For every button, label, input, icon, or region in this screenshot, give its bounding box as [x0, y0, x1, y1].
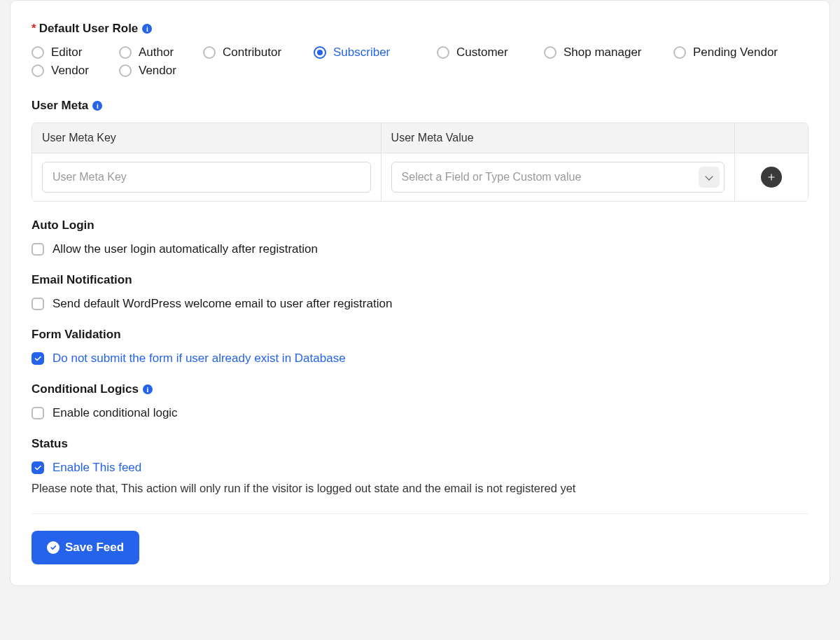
status-block: Status Enable This feed Please note that… [31, 437, 808, 495]
col-header-val: User Meta Value [382, 123, 735, 153]
default-user-role-label: *Default User Role i [31, 22, 808, 36]
radio-label: Vendor [139, 64, 176, 78]
radio-editor[interactable]: Editor [31, 46, 119, 60]
radio-label: Editor [51, 46, 82, 60]
col-header-key: User Meta Key [32, 123, 382, 153]
radio-shop_manager[interactable]: Shop manager [544, 46, 673, 60]
table-row: Select a Field or Type Custom value [32, 153, 808, 201]
radio-label: Vendor [51, 64, 89, 78]
radio-label: Contributor [223, 46, 281, 60]
default-user-role-text: Default User Role [39, 22, 139, 35]
radio-icon [673, 46, 686, 59]
form-validation-label: Form Validation [31, 328, 808, 342]
radio-icon [31, 46, 44, 59]
check-circle-icon [47, 541, 59, 554]
radio-label: Customer [456, 46, 508, 60]
meta-val-cell: Select a Field or Type Custom value [382, 153, 735, 201]
user-meta-label: User Meta i [31, 99, 808, 113]
status-checkbox[interactable] [31, 461, 44, 474]
radio-pending_vendor[interactable]: Pending Vendor [673, 46, 778, 60]
role-radio-group: EditorAuthorContributorSubscriberCustome… [31, 46, 808, 82]
radio-subscriber[interactable]: Subscriber [314, 46, 437, 60]
radio-label: Shop manager [564, 46, 642, 60]
auto-login-label: Auto Login [31, 218, 808, 232]
radio-icon [31, 64, 44, 77]
divider [31, 513, 808, 514]
auto-login-checkbox-label: Allow the user login automatically after… [52, 242, 318, 256]
user-meta-text: User Meta [31, 99, 88, 113]
radio-vendor[interactable]: Vendor [31, 64, 119, 78]
auto-login-checkbox[interactable] [31, 243, 44, 256]
meta-action-cell [735, 153, 808, 201]
status-label: Status [31, 437, 808, 451]
radio-icon [119, 46, 132, 59]
chevron-down-icon [699, 167, 720, 188]
cond-logics-label: Conditional Logics i [31, 382, 808, 396]
meta-value-placeholder: Select a Field or Type Custom value [402, 171, 582, 183]
status-checkbox-label: Enable This feed [52, 461, 141, 475]
radio-label: Pending Vendor [693, 46, 778, 60]
email-notif-label: Email Notification [31, 273, 808, 287]
save-feed-label: Save Feed [65, 541, 124, 555]
role-radio-row-2: VendorVendor [31, 64, 808, 82]
info-icon[interactable]: i [142, 24, 152, 34]
user-meta-head: User Meta Key User Meta Value [32, 123, 808, 153]
auto-login-block: Auto Login Allow the user login automati… [31, 218, 808, 256]
radio-customer[interactable]: Customer [437, 46, 544, 60]
cond-logics-block: Conditional Logics i Enable conditional … [31, 382, 808, 420]
radio-icon [203, 46, 216, 59]
radio-label: Author [139, 46, 174, 60]
form-validation-checkbox-label: Do not submit the form if user already e… [52, 352, 346, 366]
meta-key-cell [32, 153, 382, 201]
email-notif-checkbox-line[interactable]: Send default WordPress welcome email to … [31, 297, 808, 311]
radio-icon [119, 64, 132, 77]
col-header-act [735, 123, 808, 153]
radio-contributor[interactable]: Contributor [203, 46, 314, 60]
email-notif-checkbox[interactable] [31, 298, 44, 310]
email-notif-checkbox-label: Send default WordPress welcome email to … [52, 297, 392, 311]
email-notif-block: Email Notification Send default WordPres… [31, 273, 808, 311]
cond-logics-checkbox[interactable] [31, 407, 44, 419]
status-note: Please note that, This action will only … [31, 482, 808, 495]
default-user-role-block: *Default User Role i EditorAuthorContrib… [31, 1, 808, 82]
radio-label: Subscriber [333, 46, 390, 60]
status-checkbox-line[interactable]: Enable This feed [31, 461, 808, 475]
add-row-button[interactable] [761, 167, 782, 188]
cond-logics-checkbox-line[interactable]: Enable conditional logic [31, 406, 808, 420]
form-validation-block: Form Validation Do not submit the form i… [31, 328, 808, 366]
info-icon[interactable]: i [143, 384, 153, 394]
cond-logics-text: Conditional Logics [31, 382, 139, 396]
role-radio-row-1: EditorAuthorContributorSubscriberCustome… [31, 46, 808, 64]
user-meta-block: User Meta i User Meta Key User Meta Valu… [31, 99, 808, 202]
radio-vendor2[interactable]: Vendor [119, 64, 176, 78]
radio-author[interactable]: Author [119, 46, 203, 60]
save-feed-button[interactable]: Save Feed [31, 531, 139, 564]
meta-key-input[interactable] [42, 162, 371, 193]
radio-icon [314, 46, 326, 59]
form-validation-checkbox[interactable] [31, 352, 44, 365]
form-validation-checkbox-line[interactable]: Do not submit the form if user already e… [31, 352, 808, 366]
radio-icon [544, 46, 556, 59]
required-star: * [31, 22, 36, 35]
radio-icon [437, 46, 449, 59]
auto-login-checkbox-line[interactable]: Allow the user login automatically after… [31, 242, 808, 256]
info-icon[interactable]: i [92, 101, 102, 111]
settings-card: *Default User Role i EditorAuthorContrib… [10, 0, 830, 586]
cond-logics-checkbox-label: Enable conditional logic [52, 406, 178, 420]
user-meta-table: User Meta Key User Meta Value Select a F… [31, 123, 808, 202]
meta-value-select[interactable]: Select a Field or Type Custom value [391, 162, 724, 193]
